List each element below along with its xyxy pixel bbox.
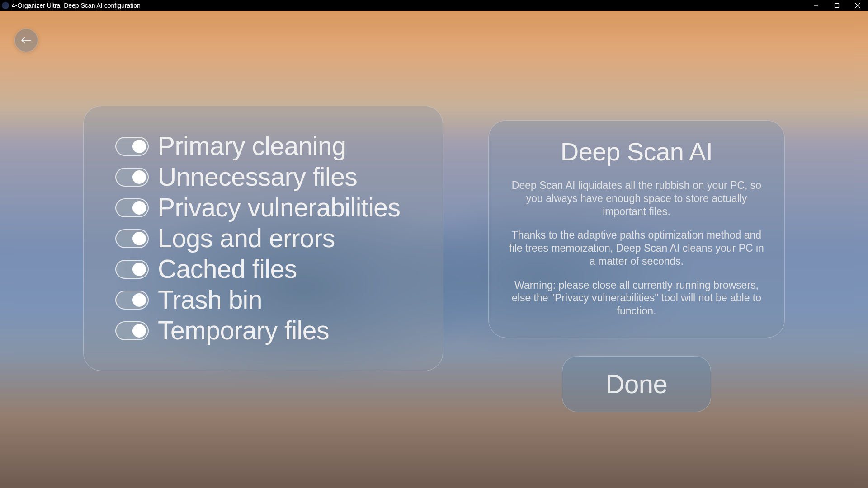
toggle-knob-icon	[132, 293, 146, 307]
close-button[interactable]	[847, 0, 868, 11]
toggle-temporary-files[interactable]	[115, 321, 149, 340]
option-label: Privacy vulnerabilities	[158, 195, 401, 221]
done-button-label: Done	[606, 369, 668, 399]
toggle-privacy-vulnerabilities[interactable]	[115, 198, 149, 217]
svg-rect-1	[835, 4, 839, 8]
option-logs-and-errors: Logs and errors	[115, 225, 411, 251]
window-title: 4-Organizer Ultra: Deep Scan AI configur…	[12, 2, 141, 9]
option-unnecessary-files: Unnecessary files	[115, 164, 411, 190]
app-icon	[2, 2, 9, 9]
option-label: Trash bin	[158, 287, 262, 313]
titlebar: 4-Organizer Ultra: Deep Scan AI configur…	[0, 0, 868, 11]
main-content: Primary cleaning Unnecessary files Priva…	[0, 11, 868, 488]
toggle-primary-cleaning[interactable]	[115, 137, 149, 156]
option-privacy-vulnerabilities: Privacy vulnerabilities	[115, 195, 411, 221]
toggle-logs-and-errors[interactable]	[115, 229, 149, 248]
maximize-button[interactable]	[826, 0, 847, 11]
toggle-knob-icon	[132, 263, 146, 276]
info-paragraph: Warning: please close all currently-runn…	[509, 279, 764, 318]
toggle-knob-icon	[132, 201, 146, 215]
option-label: Logs and errors	[158, 225, 335, 251]
toggle-trash-bin[interactable]	[115, 291, 149, 310]
option-temporary-files: Temporary files	[115, 318, 411, 343]
option-cached-files: Cached files	[115, 256, 411, 282]
toggle-knob-icon	[132, 170, 146, 184]
info-body: Deep Scan AI liquidates all the rubbish …	[509, 179, 764, 318]
toggle-unnecessary-files[interactable]	[115, 168, 149, 187]
toggle-cached-files[interactable]	[115, 260, 149, 279]
toggle-knob-icon	[132, 140, 146, 153]
info-paragraph: Deep Scan AI liquidates all the rubbish …	[509, 179, 764, 218]
info-panel: Deep Scan AI Deep Scan AI liquidates all…	[488, 120, 785, 338]
options-panel: Primary cleaning Unnecessary files Priva…	[83, 106, 443, 371]
done-button[interactable]: Done	[562, 356, 711, 412]
option-label: Unnecessary files	[158, 164, 357, 190]
toggle-knob-icon	[132, 232, 146, 245]
option-primary-cleaning: Primary cleaning	[115, 133, 411, 159]
info-paragraph: Thanks to the adaptive paths optimizatio…	[509, 229, 764, 267]
minimize-button[interactable]	[806, 0, 826, 11]
option-label: Primary cleaning	[158, 133, 346, 159]
toggle-knob-icon	[132, 324, 146, 338]
info-title: Deep Scan AI	[509, 137, 764, 166]
option-label: Temporary files	[158, 318, 329, 343]
option-label: Cached files	[158, 256, 297, 282]
option-trash-bin: Trash bin	[115, 287, 411, 313]
